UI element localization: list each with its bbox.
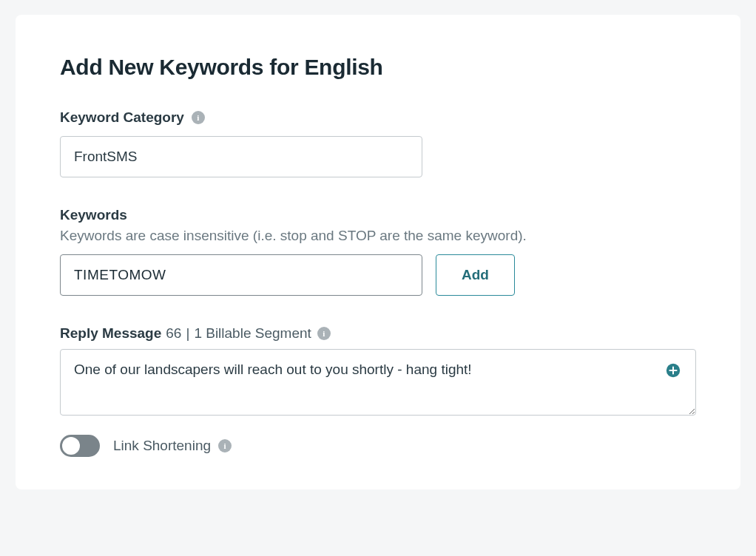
link-shortening-row: Link Shortening i [60, 435, 696, 457]
keyword-input-row: Add [60, 254, 696, 296]
page-title: Add New Keywords for English [60, 55, 696, 80]
info-icon[interactable]: i [317, 327, 331, 340]
separator: | [186, 325, 189, 342]
info-icon[interactable]: i [218, 439, 232, 452]
keyword-category-label-row: Keyword Category i [60, 109, 696, 126]
keywords-label-row: Keywords [60, 207, 696, 223]
plus-circle-icon[interactable] [665, 362, 681, 379]
keywords-help-text: Keywords are case insensitive (i.e. stop… [60, 228, 696, 244]
reply-textarea-wrap [60, 349, 696, 418]
form-card: Add New Keywords for English Keyword Cat… [16, 15, 740, 489]
info-icon[interactable]: i [192, 111, 205, 124]
reply-segment-text: 1 Billable Segment [194, 325, 311, 342]
reply-message-group: Reply Message 66 | 1 Billable Segment i [60, 325, 696, 418]
keyword-input[interactable] [60, 254, 422, 296]
keywords-label: Keywords [60, 207, 127, 223]
add-button[interactable]: Add [436, 254, 515, 296]
keyword-category-group: Keyword Category i [60, 109, 696, 177]
link-shortening-label: Link Shortening [113, 438, 211, 454]
reply-char-count: 66 [166, 325, 181, 342]
reply-textarea[interactable] [60, 349, 696, 416]
reply-label-row: Reply Message 66 | 1 Billable Segment i [60, 325, 696, 342]
keywords-group: Keywords Keywords are case insensitive (… [60, 207, 696, 296]
keyword-category-label: Keyword Category [60, 109, 184, 126]
reply-label: Reply Message [60, 325, 161, 342]
link-shortening-toggle[interactable] [60, 435, 100, 457]
link-shortening-label-row: Link Shortening i [113, 438, 232, 454]
toggle-knob [62, 437, 80, 455]
keyword-category-input[interactable] [60, 136, 422, 177]
